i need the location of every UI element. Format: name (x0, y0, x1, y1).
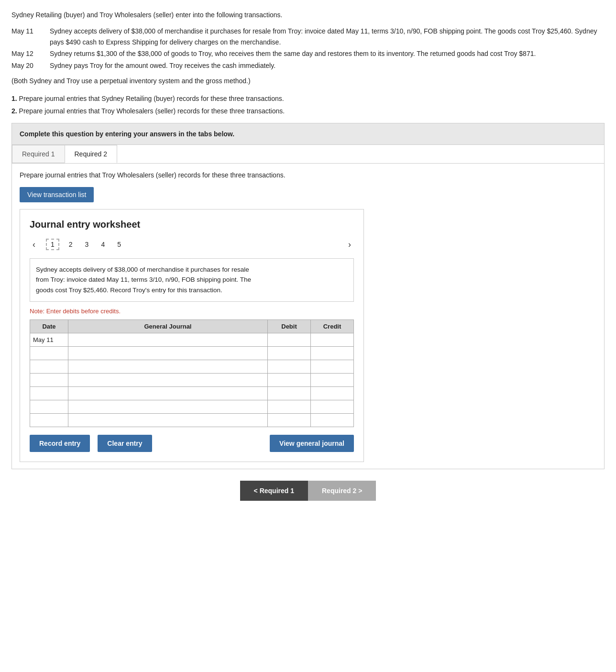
credit-cell-2[interactable] (311, 346, 354, 360)
scenario-may20: May 20 Sydney pays Troy for the amount o… (11, 60, 605, 71)
header-debit: Debit (268, 319, 311, 333)
clear-entry-button[interactable]: Clear entry (98, 435, 152, 452)
credit-input-5[interactable] (311, 387, 353, 400)
table-row (30, 373, 354, 386)
date-cell-6 (30, 400, 68, 413)
date-cell-2 (30, 346, 68, 360)
prev-nav-button[interactable]: < Required 1 (240, 481, 308, 501)
scenario-may12: May 12 Sydney returns $1,300 of the $38,… (11, 48, 605, 59)
parenthetical-text: (Both Sydney and Troy use a perpetual in… (11, 76, 605, 86)
date-cell-4 (30, 373, 68, 386)
record-entry-button[interactable]: Record entry (30, 435, 90, 452)
debit-cell-3[interactable] (268, 360, 311, 373)
tab-description: Prepare journal entries that Troy Wholes… (20, 170, 596, 180)
debit-cell-7[interactable] (268, 413, 311, 427)
pagination-row: ‹ 1 2 3 4 5 › (30, 238, 354, 252)
header-date: Date (30, 319, 68, 333)
tab-content: Prepare journal entries that Troy Wholes… (12, 164, 604, 469)
debit-input-7[interactable] (268, 414, 310, 427)
complete-banner: Complete this question by entering your … (11, 123, 605, 145)
debit-input-1[interactable] (268, 333, 310, 346)
bottom-nav: < Required 1 Required 2 > (11, 481, 605, 501)
debit-cell-1[interactable] (268, 333, 311, 346)
debit-cell-6[interactable] (268, 400, 311, 413)
journal-cell-3[interactable] (68, 360, 268, 373)
table-row (30, 386, 354, 400)
credit-cell-1[interactable] (311, 333, 354, 346)
credit-cell-5[interactable] (311, 386, 354, 400)
date-cell-7 (30, 413, 68, 427)
date-cell-1: May 11 (30, 333, 68, 346)
header-journal: General Journal (68, 319, 268, 333)
date-cell-3 (30, 360, 68, 373)
tab-required2[interactable]: Required 2 (65, 145, 118, 163)
page-5[interactable]: 5 (114, 240, 124, 249)
table-row (30, 360, 354, 373)
credit-cell-6[interactable] (311, 400, 354, 413)
worksheet-container: Journal entry worksheet ‹ 1 2 3 4 5 › Sy… (20, 209, 364, 462)
debit-input-3[interactable] (268, 360, 310, 373)
tabs-container: Required 1 Required 2 Prepare journal en… (11, 145, 605, 469)
debit-cell-2[interactable] (268, 346, 311, 360)
view-transaction-button[interactable]: View transaction list (20, 187, 94, 202)
table-row: May 11 (30, 333, 354, 346)
instructions: 1. Prepare journal entries that Sydney R… (11, 93, 605, 117)
view-general-journal-button[interactable]: View general journal (270, 435, 354, 452)
debit-input-6[interactable] (268, 400, 310, 413)
header-credit: Credit (311, 319, 354, 333)
page-numbers: 1 2 3 4 5 (46, 239, 124, 250)
page-1[interactable]: 1 (46, 239, 59, 250)
journal-input-7[interactable] (68, 414, 267, 427)
credit-cell-7[interactable] (311, 413, 354, 427)
journal-cell-7[interactable] (68, 413, 268, 427)
credit-cell-3[interactable] (311, 360, 354, 373)
journal-cell-2[interactable] (68, 346, 268, 360)
journal-cell-4[interactable] (68, 373, 268, 386)
page-2[interactable]: 2 (66, 240, 76, 249)
date-cell-5 (30, 386, 68, 400)
credit-cell-4[interactable] (311, 373, 354, 386)
journal-cell-1[interactable] (68, 333, 268, 346)
journal-table: Date General Journal Debit Credit May 11 (30, 319, 354, 427)
next-page-arrow[interactable]: › (345, 238, 354, 252)
scenario-may11: May 11 Sydney accepts delivery of $38,00… (11, 26, 605, 47)
journal-cell-6[interactable] (68, 400, 268, 413)
tabs-row: Required 1 Required 2 (12, 145, 604, 164)
next-nav-button[interactable]: Required 2 > (308, 481, 376, 501)
journal-input-1[interactable] (68, 333, 267, 346)
page-3[interactable]: 3 (82, 240, 92, 249)
journal-cell-5[interactable] (68, 386, 268, 400)
instruction-1: 1. Prepare journal entries that Sydney R… (11, 93, 605, 105)
tab-required1[interactable]: Required 1 (12, 145, 65, 163)
worksheet-title: Journal entry worksheet (30, 219, 354, 230)
journal-input-4[interactable] (68, 374, 267, 386)
table-row (30, 346, 354, 360)
journal-input-3[interactable] (68, 360, 267, 373)
credit-input-3[interactable] (311, 360, 353, 373)
prev-page-arrow[interactable]: ‹ (30, 238, 38, 252)
debit-input-5[interactable] (268, 387, 310, 400)
table-row (30, 413, 354, 427)
scenario-description: Sydney accepts delivery of $38,000 of me… (30, 258, 354, 302)
intro-text: Sydney Retailing (buyer) and Troy Wholes… (11, 10, 605, 20)
table-row (30, 400, 354, 413)
credit-input-6[interactable] (311, 400, 353, 413)
journal-input-5[interactable] (68, 387, 267, 400)
debit-cell-4[interactable] (268, 373, 311, 386)
journal-input-6[interactable] (68, 400, 267, 413)
credit-input-7[interactable] (311, 414, 353, 427)
action-buttons: Record entry Clear entry View general jo… (30, 435, 354, 452)
debit-input-4[interactable] (268, 374, 310, 386)
journal-input-2[interactable] (68, 347, 267, 360)
page-4[interactable]: 4 (98, 240, 108, 249)
debit-cell-5[interactable] (268, 386, 311, 400)
credit-input-1[interactable] (311, 333, 353, 346)
debit-input-2[interactable] (268, 347, 310, 360)
instruction-2: 2. Prepare journal entries that Troy Who… (11, 105, 605, 117)
credit-input-2[interactable] (311, 347, 353, 360)
credit-input-4[interactable] (311, 374, 353, 386)
note-text: Note: Enter debits before credits. (30, 308, 354, 315)
